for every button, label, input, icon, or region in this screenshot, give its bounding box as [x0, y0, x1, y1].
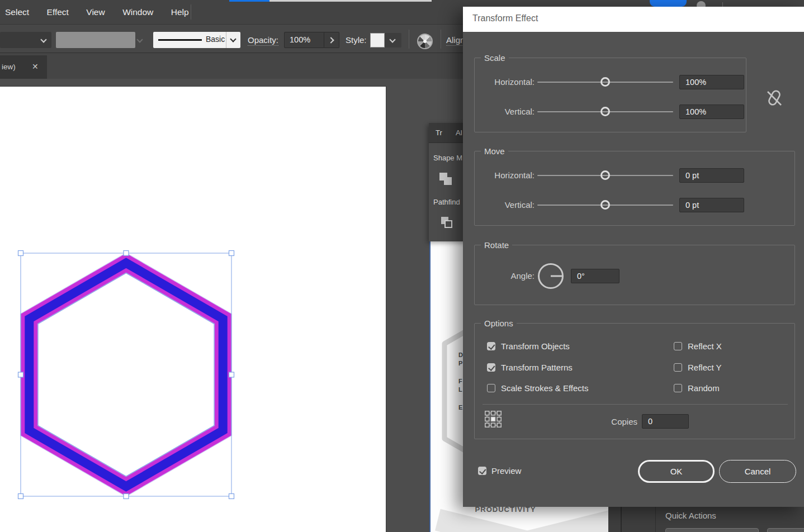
- option-transform-patterns[interactable]: Transform Patterns: [487, 362, 573, 372]
- scale-horizontal-slider-handle[interactable]: [600, 77, 610, 87]
- option-label: Reflect Y: [688, 363, 722, 372]
- option-label: Random: [688, 383, 720, 393]
- header-divider: [722, 2, 723, 7]
- hexagon-artwork[interactable]: [0, 87, 386, 532]
- scale-horizontal-input[interactable]: [679, 75, 744, 89]
- scale-vertical-slider-handle[interactable]: [600, 107, 610, 116]
- illustrator-window: D P F L E PRODUCTIVITY Tr Al Shape M Pat…: [0, 0, 804, 532]
- rotate-angle-label: Angle:: [475, 271, 535, 281]
- rotate-angle-row: Angle:: [475, 269, 794, 283]
- opacity-stepper-button[interactable]: [324, 32, 339, 48]
- option-scale-strokes-effects[interactable]: Scale Strokes & Effects: [487, 383, 588, 393]
- rotate-angle-input[interactable]: [571, 269, 619, 283]
- scale-horizontal-label: Horizontal:: [475, 77, 535, 87]
- align-label[interactable]: Align: [446, 35, 465, 46]
- checkbox[interactable]: [487, 342, 495, 350]
- stroke-style-dropdown-button[interactable]: [226, 32, 240, 48]
- variable-width-dropdown[interactable]: [0, 32, 51, 48]
- quick-actions-title: Quick Actions: [665, 511, 716, 520]
- checkbox[interactable]: [487, 363, 495, 372]
- checkbox[interactable]: [674, 384, 682, 392]
- pathfinder-divide-icon[interactable]: [440, 217, 455, 231]
- brush-definition-swatch[interactable]: [56, 32, 135, 48]
- unlink-proportions-icon[interactable]: [765, 86, 784, 110]
- share-button-sliver[interactable]: [650, 0, 687, 7]
- shape-mode-unite-icon[interactable]: [439, 172, 453, 187]
- reference-point-locator-icon[interactable]: [485, 411, 502, 428]
- option-reflect-x[interactable]: Reflect X: [674, 341, 722, 351]
- artboard[interactable]: [0, 87, 386, 532]
- checkbox[interactable]: [478, 467, 486, 475]
- move-horizontal-label: Horizontal:: [475, 170, 535, 180]
- stroke-style-value: Basic: [206, 35, 225, 44]
- copies-input[interactable]: [642, 414, 689, 429]
- move-group: Move Horizontal: Vertical:: [474, 151, 795, 226]
- move-horizontal-input[interactable]: [679, 168, 744, 183]
- move-vertical-row: Vertical:: [475, 198, 794, 212]
- stroke-preview-line: [158, 39, 202, 41]
- style-label: Style:: [346, 35, 367, 45]
- handle-mid-right[interactable]: [229, 372, 234, 377]
- scale-legend: Scale: [481, 53, 509, 63]
- pathfinders-label: Pathfind: [433, 198, 460, 206]
- menu-window[interactable]: Window: [122, 0, 153, 25]
- menu-view[interactable]: View: [86, 0, 105, 25]
- handle-bottom-center[interactable]: [124, 494, 129, 499]
- options-legend: Options: [481, 319, 517, 328]
- handle-bottom-right[interactable]: [229, 494, 234, 499]
- opacity-input[interactable]: 100%: [284, 32, 324, 48]
- options-group: Options Transform Objects Transform Patt…: [474, 323, 795, 439]
- toolbar-divider: [409, 30, 409, 49]
- quick-action-button[interactable]: [767, 528, 804, 532]
- graphic-style-dropdown-button[interactable]: [385, 33, 401, 48]
- checkbox[interactable]: [674, 342, 682, 350]
- ok-button[interactable]: OK: [638, 460, 715, 483]
- header-progress-accent: [229, 0, 269, 2]
- rotate-angle-dial[interactable]: [538, 263, 564, 289]
- rotate-legend: Rotate: [481, 240, 512, 250]
- hexagon-magenta-stroke[interactable]: [29, 263, 223, 487]
- stroke-style-combo[interactable]: Basic: [153, 32, 226, 48]
- menu-help[interactable]: Help: [171, 0, 189, 25]
- option-label: Scale Strokes & Effects: [501, 383, 588, 393]
- preview-label: Preview: [491, 466, 521, 476]
- menu-effect[interactable]: Effect: [47, 0, 69, 25]
- chevron-down-icon: [136, 36, 143, 42]
- dialog-title-bar[interactable]: Transform Effect: [463, 7, 804, 32]
- scale-vertical-input[interactable]: [679, 104, 744, 119]
- recolor-artwork-icon[interactable]: [417, 34, 433, 49]
- opacity-label[interactable]: Opacity:: [248, 35, 278, 46]
- handle-bottom-left[interactable]: [18, 494, 23, 499]
- tab-align[interactable]: Al: [456, 123, 462, 143]
- toolbar-divider: [441, 30, 441, 49]
- option-reflect-y[interactable]: Reflect Y: [674, 362, 722, 372]
- selection-bounding-box[interactable]: [21, 253, 231, 496]
- graphic-style-swatch[interactable]: [370, 33, 385, 48]
- handle-top-left[interactable]: [18, 251, 23, 256]
- document-tab[interactable]: iew) ✕: [0, 55, 47, 79]
- move-vertical-slider-handle[interactable]: [600, 200, 610, 210]
- move-horizontal-slider-handle[interactable]: [600, 170, 610, 180]
- quick-action-button[interactable]: [665, 528, 759, 532]
- menubar-divider: [191, 4, 191, 20]
- preview-toggle[interactable]: Preview: [478, 466, 521, 476]
- cancel-button[interactable]: Cancel: [719, 460, 796, 483]
- scale-vertical-row: Vertical:: [475, 104, 746, 119]
- handle-mid-left[interactable]: [18, 372, 23, 377]
- menu-select[interactable]: Select: [5, 0, 29, 25]
- checkbox[interactable]: [674, 363, 682, 372]
- option-random[interactable]: Random: [674, 383, 720, 393]
- checkbox[interactable]: [487, 384, 495, 392]
- selection-handles[interactable]: [18, 251, 234, 499]
- options-divider: [483, 404, 788, 405]
- option-label: Transform Patterns: [501, 363, 573, 372]
- move-vertical-input[interactable]: [679, 198, 744, 212]
- tab-transform[interactable]: Tr: [436, 123, 442, 143]
- shape-modes-label: Shape M: [433, 154, 462, 162]
- move-legend: Move: [481, 146, 508, 156]
- handle-top-right[interactable]: [229, 251, 234, 256]
- scale-horizontal-row: Horizontal:: [475, 75, 746, 89]
- close-icon[interactable]: ✕: [32, 62, 39, 71]
- option-transform-objects[interactable]: Transform Objects: [487, 341, 570, 351]
- handle-top-center[interactable]: [124, 251, 129, 256]
